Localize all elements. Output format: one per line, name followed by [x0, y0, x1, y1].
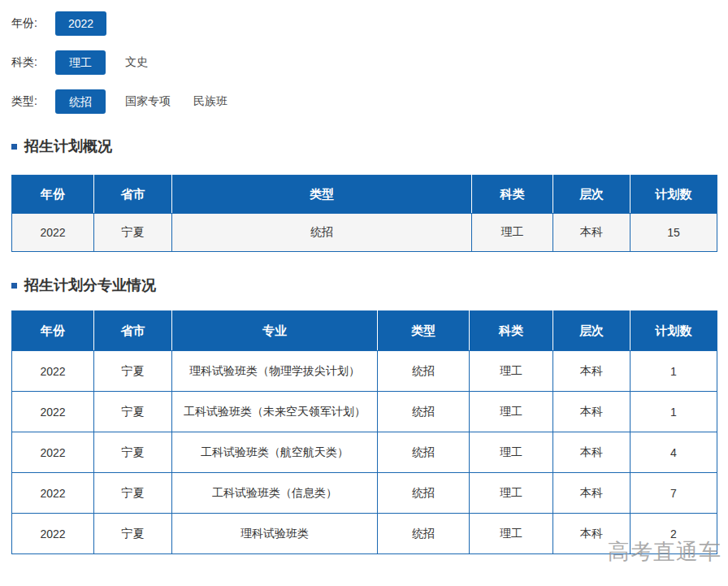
table-row: 2022 宁夏 工科试验班类（信息类） 统招 理工 本科 7: [12, 473, 717, 514]
cell-level: 本科: [553, 392, 630, 432]
cell-major: 工科试验班类（未来空天领军计划）: [172, 392, 378, 432]
cell-province: 宁夏: [94, 432, 172, 473]
cell-subject: 理工: [472, 214, 553, 252]
gaokao-zhitongche-watermark: 高考直通车: [608, 537, 722, 566]
filter-subject-option-liberal-arts[interactable]: 文史: [125, 55, 148, 70]
section-title-by-major: 招生计划分专业情况: [11, 276, 717, 295]
filter-row-subject: 科类: 理工 文史: [11, 50, 717, 75]
filter-row-year: 年份: 2022: [11, 11, 717, 36]
cell-level: 本科: [553, 214, 630, 252]
section-title-by-major-text: 招生计划分专业情况: [24, 276, 156, 295]
cell-plan-count: 4: [630, 432, 717, 473]
col-header-level: 层次: [553, 311, 630, 351]
cell-province: 宁夏: [94, 392, 172, 432]
filter-year-label: 年份:: [11, 16, 55, 31]
filter-row-type: 类型: 统招 国家专项 民族班: [11, 89, 717, 114]
cell-year: 2022: [12, 473, 94, 514]
filter-year-option-2022[interactable]: 2022: [55, 11, 106, 36]
cell-province: 宁夏: [94, 514, 172, 554]
cell-type: 统招: [378, 351, 470, 392]
major-table: 年份 省市 专业 类型 科类 层次 计划数 2022 宁夏 理科试验班类（物理学…: [11, 310, 717, 554]
col-header-major: 专业: [172, 311, 378, 351]
col-header-subject: 科类: [472, 176, 553, 214]
cell-subject: 理工: [470, 432, 553, 473]
col-header-type: 类型: [172, 176, 472, 214]
filter-type-option-national-special[interactable]: 国家专项: [125, 94, 171, 109]
cell-plan-count: 15: [630, 214, 717, 252]
cell-subject: 理工: [470, 473, 553, 514]
table-row: 2022 宁夏 统招 理工 本科 15: [12, 214, 717, 252]
section-title-overview: 招生计划概况: [11, 137, 717, 156]
cell-year: 2022: [12, 351, 94, 392]
cell-level: 本科: [553, 351, 630, 392]
col-header-year: 年份: [12, 176, 94, 214]
filter-type-option-general[interactable]: 统招: [55, 89, 106, 114]
filter-type-option-ethnic-class[interactable]: 民族班: [193, 94, 228, 109]
table-row: 2022 宁夏 工科试验班类（航空航天类） 统招 理工 本科 4: [12, 432, 717, 473]
cell-province: 宁夏: [94, 214, 172, 252]
square-bullet-icon: [11, 283, 17, 289]
cell-type: 统招: [172, 214, 472, 252]
cell-level: 本科: [553, 432, 630, 473]
table-row: 2022 宁夏 工科试验班类（未来空天领军计划） 统招 理工 本科 1: [12, 392, 717, 432]
cell-year: 2022: [12, 214, 94, 252]
cell-subject: 理工: [470, 351, 553, 392]
cell-province: 宁夏: [94, 473, 172, 514]
cell-year: 2022: [12, 392, 94, 432]
col-header-level: 层次: [553, 176, 630, 214]
col-header-province: 省市: [94, 311, 172, 351]
cell-type: 统招: [378, 392, 470, 432]
filter-subject-option-science[interactable]: 理工: [55, 50, 106, 75]
col-header-province: 省市: [94, 176, 172, 214]
cell-level: 本科: [553, 473, 630, 514]
cell-type: 统招: [378, 432, 470, 473]
col-header-year: 年份: [12, 311, 94, 351]
square-bullet-icon: [11, 144, 17, 150]
col-header-plan-count: 计划数: [630, 176, 717, 214]
admission-plan-page: 年份: 2022 科类: 理工 文史 类型: 统招 国家专项 民族班 招生计划概…: [0, 0, 728, 554]
cell-year: 2022: [12, 514, 94, 554]
table-row: 2022 宁夏 理科试验班类（物理学拔尖计划） 统招 理工 本科 1: [12, 351, 717, 392]
major-table-header-row: 年份 省市 专业 类型 科类 层次 计划数: [12, 311, 717, 351]
cell-plan-count: 1: [630, 351, 717, 392]
col-header-subject: 科类: [470, 311, 553, 351]
filter-type-label: 类型:: [11, 94, 55, 109]
cell-province: 宁夏: [94, 351, 172, 392]
filter-panel: 年份: 2022 科类: 理工 文史 类型: 统招 国家专项 民族班: [11, 11, 717, 114]
cell-type: 统招: [378, 514, 470, 554]
filter-subject-label: 科类:: [11, 55, 55, 70]
cell-year: 2022: [12, 432, 94, 473]
cell-plan-count: 7: [630, 473, 717, 514]
cell-subject: 理工: [470, 392, 553, 432]
cell-major: 理科试验班类: [172, 514, 378, 554]
col-header-type: 类型: [378, 311, 470, 351]
cell-type: 统招: [378, 473, 470, 514]
overview-table-header-row: 年份 省市 类型 科类 层次 计划数: [12, 176, 717, 214]
cell-major: 理科试验班类（物理学拔尖计划）: [172, 351, 378, 392]
cell-plan-count: 1: [630, 392, 717, 432]
overview-table: 年份 省市 类型 科类 层次 计划数 2022 宁夏 统招 理工 本科 15: [11, 175, 717, 252]
section-title-overview-text: 招生计划概况: [24, 137, 112, 156]
cell-subject: 理工: [470, 514, 553, 554]
cell-major: 工科试验班类（航空航天类）: [172, 432, 378, 473]
cell-major: 工科试验班类（信息类）: [172, 473, 378, 514]
col-header-plan-count: 计划数: [630, 311, 717, 351]
